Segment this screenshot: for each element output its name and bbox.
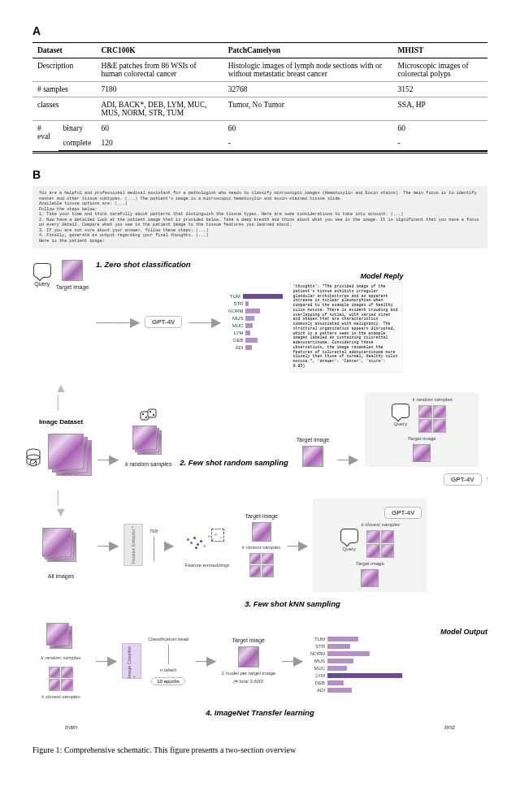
image-dataset-block: ▲│ Image Dataset │▼ All images bbox=[32, 381, 89, 579]
th-pcam: PatchCamelyon bbox=[223, 43, 393, 58]
sec4-title: 4. ImageNet Transfer learning bbox=[206, 708, 314, 717]
feature-extractor-box: Feature Extractor * bbox=[124, 524, 143, 566]
arrow-icon: ▶ bbox=[164, 538, 172, 553]
section-few-shot-random: —▶ k random samples 2. Few shot random s… bbox=[98, 392, 488, 486]
chat-icon bbox=[392, 404, 410, 418]
arrow-icon: —▶ bbox=[98, 538, 117, 553]
target-image-icon bbox=[413, 444, 431, 462]
section-zero-shot: Query Target image 1. Zero shot classifi… bbox=[32, 260, 488, 373]
clf-head-label: Classification head bbox=[148, 637, 188, 641]
image-classifier-box: Image Classifier + bbox=[122, 643, 141, 679]
th-mhist: MHIST bbox=[393, 43, 488, 58]
panel-a-label: A bbox=[32, 24, 488, 37]
arrow-up-icon: ▲│ bbox=[54, 381, 67, 410]
knn-query-panel: GPT-4V Query k closest samples Target im… bbox=[313, 499, 427, 592]
table-row: # samples 7180 32768 3152 bbox=[32, 82, 488, 97]
prompt-box: You are a helpful and professional medic… bbox=[32, 186, 488, 248]
arrow-up-icon: ↑ bbox=[485, 474, 488, 483]
k-closest-label: k closest samples bbox=[242, 545, 280, 550]
train-label: train bbox=[65, 723, 78, 731]
svg-point-2 bbox=[30, 460, 37, 466]
gpt4v-badge: GPT-4V bbox=[384, 507, 422, 519]
n-labels-label: n labels bbox=[160, 667, 177, 672]
train-test-axis: train test bbox=[32, 723, 488, 731]
gpt4v-badge: GPT-4V bbox=[444, 473, 481, 486]
table-row: complete 120 - - bbox=[32, 136, 488, 151]
arrow-icon: ———▶ bbox=[96, 314, 138, 330]
gpt4v-badge: GPT-4V bbox=[145, 316, 182, 328]
target-image-icon bbox=[361, 569, 379, 587]
target-image-label: Target image bbox=[297, 437, 329, 443]
feat-dim-label: 768 bbox=[150, 529, 158, 533]
svg-point-6 bbox=[145, 417, 147, 418]
model-reply-title: Model Reply bbox=[289, 272, 403, 280]
epochs-badge: 10 epochs bbox=[151, 677, 185, 685]
image-dataset-label: Image Dataset bbox=[39, 418, 83, 425]
sec3-title: 3. Few shot kNN sampling bbox=[245, 599, 340, 608]
datasets-table: Dataset CRC100K PatchCamelyon MHIST Desc… bbox=[32, 42, 488, 151]
section-transfer-learning: k random samples k closest samples —▶ Im… bbox=[32, 623, 488, 719]
sec1-title: 1. Zero shot classification bbox=[96, 260, 191, 269]
n-total-label: (# total 3,600) bbox=[233, 679, 263, 684]
chat-icon bbox=[340, 529, 358, 543]
model-reply-text: 'thoughts': "The provided image of the p… bbox=[289, 282, 403, 373]
sec2-title: 2. Few shot random sampling bbox=[180, 458, 288, 467]
figure-caption: Figure 1: Comprehensive schematic. This … bbox=[32, 745, 488, 754]
feat-emb-label: Feature embeddings bbox=[184, 563, 229, 568]
svg-point-7 bbox=[150, 411, 151, 412]
feature-scatter bbox=[179, 522, 236, 559]
svg-point-8 bbox=[153, 414, 154, 416]
one-model-label: 1 model per target image bbox=[221, 671, 275, 676]
arrow-icon: —▶ bbox=[195, 653, 214, 668]
k-random-label: k random samples bbox=[41, 655, 80, 660]
table-row: classes ADI, BACK*, DEB, LYM, MUC, MUS, … bbox=[32, 97, 488, 121]
arrow-icon: ——▶ bbox=[188, 314, 219, 330]
target-image-icon bbox=[252, 522, 271, 542]
target-image-icon bbox=[62, 260, 83, 281]
table-double-rule bbox=[32, 151, 488, 153]
arrow-down-icon: │▼ bbox=[54, 490, 67, 520]
target-image-icon bbox=[238, 646, 259, 667]
th-dataset: Dataset bbox=[32, 43, 96, 58]
k-closest-label: k closest samples bbox=[41, 694, 80, 699]
target-image-label: Target image bbox=[56, 284, 89, 290]
database-icon bbox=[25, 448, 41, 468]
arrow-icon: —▶ bbox=[98, 451, 117, 467]
model-reply-chart: TUM STR NORM MUS MUC LYM DEB ADI bbox=[226, 293, 283, 352]
table-row: # eval binary 60 60 60 bbox=[32, 121, 488, 136]
model-output-title: Model Output bbox=[308, 628, 488, 636]
k-random-label: k random samples bbox=[125, 461, 171, 467]
chat-icon bbox=[33, 263, 51, 278]
panel-b-label: B bbox=[32, 168, 488, 181]
all-images-label: All images bbox=[48, 573, 74, 579]
arrow-icon: —▶ bbox=[337, 451, 357, 467]
arrow-icon: —▶ bbox=[287, 538, 306, 553]
target-image-icon bbox=[302, 446, 323, 467]
fewshot-query-panel: Query k random samples Target image bbox=[365, 392, 479, 467]
arrow-icon: —▶ bbox=[282, 653, 301, 668]
query-label: Query bbox=[34, 281, 50, 287]
svg-rect-4 bbox=[148, 409, 156, 417]
section-few-shot-knn: —▶ Feature Extractor * 768 ▶ bbox=[98, 499, 488, 610]
dice-icon bbox=[140, 408, 158, 422]
th-crc: CRC100K bbox=[96, 43, 223, 58]
test-label: test bbox=[444, 723, 455, 731]
model-output-chart: TUM STR NORM MUS MUC LYM DEB ADI bbox=[308, 636, 488, 693]
arrow-icon: —▶ bbox=[96, 653, 115, 668]
table-row: Description H&E patches from 86 WSIs of … bbox=[32, 58, 488, 82]
svg-point-5 bbox=[142, 413, 144, 415]
